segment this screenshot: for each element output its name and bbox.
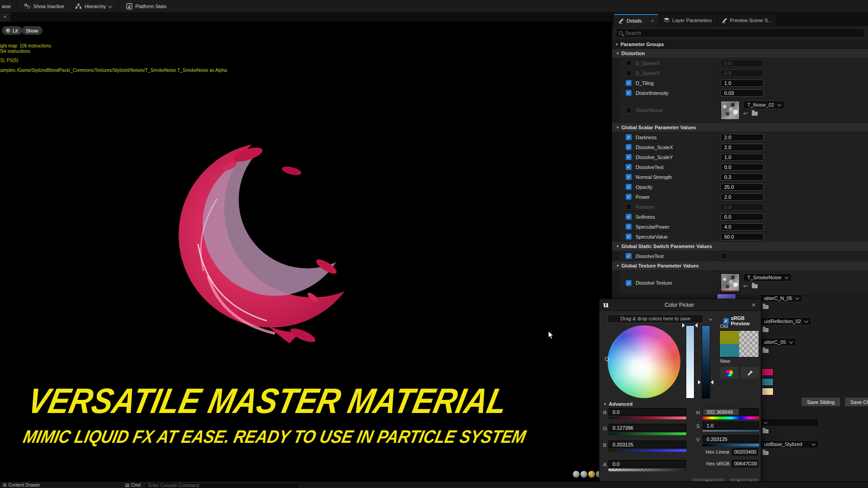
h-gradient-slider[interactable] bbox=[703, 417, 759, 419]
section-header[interactable]: ▾Global Texture Parameter Values bbox=[612, 261, 868, 271]
v-value-field[interactable]: 0.203125 bbox=[703, 435, 759, 443]
save-child-button[interactable]: Save Child bbox=[845, 398, 868, 406]
param-checkbox[interactable]: ✓ bbox=[626, 194, 632, 200]
param-checkbox[interactable] bbox=[626, 204, 632, 210]
color-wheel-selector[interactable] bbox=[605, 357, 609, 361]
param-value-field[interactable]: 2.0 bbox=[721, 134, 764, 141]
color-wheel[interactable] bbox=[608, 325, 680, 398]
param-checkbox[interactable]: ✓ bbox=[626, 280, 632, 286]
parameter-groups-header[interactable]: ▾ Parameter Groups bbox=[612, 40, 868, 49]
material-preview-viewport[interactable]: Lit Show light map: 105 instructions 294… bbox=[0, 22, 612, 481]
param-value-field[interactable]: 2.0 bbox=[721, 193, 764, 201]
r-value-field[interactable]: 0.0 bbox=[609, 408, 686, 416]
section-header[interactable]: ▾Distortion bbox=[612, 49, 868, 58]
close-icon[interactable]: × bbox=[651, 18, 654, 23]
b-value-field[interactable]: 0.203125 bbox=[609, 441, 686, 448]
texture-asset-dropdown[interactable]: atterC_N_05 bbox=[760, 294, 802, 302]
advanced-toggle[interactable]: ▾ Advanced bbox=[604, 401, 632, 407]
param-checkbox[interactable]: ✓ bbox=[626, 253, 632, 259]
use-selected-icon[interactable]: ↩ bbox=[743, 110, 748, 117]
browse-to-asset-icon[interactable] bbox=[763, 429, 769, 433]
param-value-field[interactable]: 0.0 bbox=[721, 164, 764, 171]
param-value-field[interactable]: 0.3 bbox=[721, 174, 764, 181]
param-value-field[interactable]: 50.0 bbox=[721, 233, 764, 240]
param-value-field[interactable]: 0.0 bbox=[721, 213, 764, 221]
param-value-field[interactable]: 0.5 bbox=[721, 70, 764, 77]
preview-sphere-button[interactable] bbox=[580, 471, 587, 478]
slider-marker-icon[interactable] bbox=[695, 323, 698, 328]
value-slider[interactable] bbox=[702, 325, 710, 399]
param-checkbox[interactable] bbox=[626, 70, 632, 76]
texture-asset-dropdown[interactable]: atterC_05 bbox=[760, 338, 796, 346]
texture-asset-dropdown[interactable]: T_SmokeNoise bbox=[743, 273, 792, 282]
theme-menu-button[interactable] bbox=[705, 314, 715, 323]
param-value-field[interactable]: 0.0 bbox=[721, 203, 764, 211]
show-inactive-button[interactable]: Show Inactive bbox=[19, 0, 70, 13]
section-header[interactable]: ▾Global Static Switch Parameter Values bbox=[612, 242, 868, 251]
texture-thumbnail[interactable] bbox=[721, 273, 740, 292]
browse-to-asset-icon[interactable] bbox=[752, 112, 758, 116]
slider-marker-icon[interactable] bbox=[698, 380, 701, 385]
texture-asset-dropdown[interactable]: uidReflection_02 bbox=[760, 317, 811, 325]
asset-dropdown[interactable]: uidBase_Stylized bbox=[760, 440, 819, 448]
g-value-field[interactable]: 0.127396 bbox=[609, 424, 686, 432]
param-checkbox[interactable]: ✓ bbox=[626, 174, 632, 180]
srgb-preview-checkbox[interactable]: ✓ bbox=[723, 318, 729, 324]
r-gradient-slider[interactable] bbox=[609, 417, 686, 419]
g-gradient-slider[interactable] bbox=[609, 432, 686, 435]
browse-button-clipped[interactable]: wse bbox=[0, 4, 14, 9]
theme-drop-zone[interactable]: Drag & drop colors here to save bbox=[608, 314, 703, 323]
param-checkbox[interactable] bbox=[626, 60, 632, 66]
browse-to-asset-icon[interactable] bbox=[763, 451, 769, 455]
param-checkbox[interactable]: ✓ bbox=[626, 90, 632, 96]
eyedropper-button[interactable] bbox=[741, 367, 759, 379]
color-picker-titlebar[interactable]: u Color Picker × bbox=[599, 299, 761, 311]
s-gradient-slider[interactable] bbox=[703, 430, 759, 432]
browse-to-asset-icon[interactable] bbox=[763, 349, 769, 353]
close-icon[interactable]: × bbox=[750, 301, 757, 309]
preview-plane-button[interactable] bbox=[588, 471, 595, 478]
section-header[interactable]: ▾Global Scalar Parameter Values bbox=[612, 123, 868, 132]
texture-thumbnail[interactable] bbox=[721, 101, 740, 120]
color-swatch[interactable] bbox=[762, 378, 774, 386]
slider-marker-icon[interactable] bbox=[682, 323, 685, 328]
param-value-field[interactable]: 4.0 bbox=[721, 223, 764, 230]
param-value-field[interactable]: 1.0 bbox=[721, 154, 764, 161]
content-drawer-button[interactable]: ⊞ Content Drawer bbox=[3, 483, 40, 488]
color-swatch[interactable] bbox=[762, 368, 774, 376]
param-checkbox[interactable]: ✓ bbox=[626, 184, 632, 190]
color-swatch[interactable] bbox=[762, 388, 774, 395]
a-value-field[interactable]: 0.0 bbox=[609, 460, 686, 468]
switch-value-checkbox[interactable] bbox=[721, 253, 726, 259]
save-sibling-button[interactable]: Save Sibling bbox=[802, 398, 840, 406]
slider-marker-icon[interactable] bbox=[711, 380, 713, 385]
param-checkbox[interactable]: ✓ bbox=[626, 214, 632, 220]
param-checkbox[interactable] bbox=[626, 108, 632, 113]
param-value-field[interactable]: 1.0 bbox=[721, 80, 764, 87]
tab-layer-parameters[interactable]: Layer Parameters bbox=[659, 14, 716, 26]
param-value-field[interactable]: 0.03 bbox=[721, 89, 764, 97]
param-checkbox[interactable]: ✓ bbox=[626, 164, 632, 170]
b-gradient-slider[interactable] bbox=[609, 449, 686, 452]
asset-tab-close-button[interactable]: × bbox=[0, 13, 10, 22]
search-input[interactable]: Search bbox=[616, 28, 864, 38]
h-value-field[interactable]: 202.369049 bbox=[703, 408, 759, 416]
param-checkbox[interactable]: ✓ bbox=[626, 144, 632, 150]
browse-to-asset-icon[interactable] bbox=[763, 328, 769, 332]
param-checkbox[interactable]: ✓ bbox=[626, 154, 632, 160]
param-checkbox[interactable]: ✓ bbox=[626, 134, 632, 140]
s-value-field[interactable]: 1.0 bbox=[703, 422, 759, 429]
preview-cylinder-button[interactable] bbox=[573, 471, 580, 478]
console-command-input[interactable]: Enter Console Command bbox=[144, 483, 300, 488]
param-checkbox[interactable]: ✓ bbox=[626, 224, 632, 230]
cmd-button[interactable]: ▤ Cmd bbox=[125, 483, 141, 488]
param-checkbox[interactable]: ✓ bbox=[626, 80, 632, 86]
saturation-slider[interactable] bbox=[686, 325, 694, 399]
param-value-field[interactable]: 0.0 bbox=[721, 60, 764, 67]
platform-stats-button[interactable]: Platform Stats bbox=[121, 0, 172, 13]
asset-dropdown[interactable] bbox=[760, 418, 819, 427]
tab-preview-scene-s-[interactable]: Preview Scene S... bbox=[717, 14, 777, 26]
browse-to-asset-icon[interactable] bbox=[752, 284, 758, 288]
a-gradient-slider[interactable] bbox=[609, 469, 686, 471]
browse-to-asset-icon[interactable] bbox=[763, 305, 769, 309]
